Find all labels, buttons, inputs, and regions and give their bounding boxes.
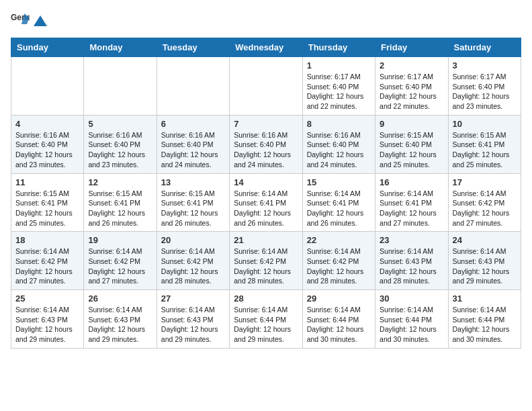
calendar-cell: 18Sunrise: 6:14 AM Sunset: 6:42 PM Dayli… bbox=[11, 232, 84, 290]
svg-marker-1 bbox=[34, 15, 47, 26]
day-number: 20 bbox=[161, 235, 225, 245]
logo: General bbox=[11, 11, 48, 30]
day-info: Sunrise: 6:15 AM Sunset: 6:40 PM Dayligh… bbox=[380, 130, 443, 170]
day-number: 17 bbox=[453, 177, 517, 187]
calendar-cell: 14Sunrise: 6:14 AM Sunset: 6:41 PM Dayli… bbox=[230, 173, 302, 232]
calendar-cell: 1Sunrise: 6:17 AM Sunset: 6:40 PM Daylig… bbox=[302, 57, 375, 116]
calendar-cell: 17Sunrise: 6:14 AM Sunset: 6:42 PM Dayli… bbox=[448, 173, 521, 232]
day-number: 18 bbox=[15, 235, 79, 245]
day-info: Sunrise: 6:16 AM Sunset: 6:40 PM Dayligh… bbox=[307, 130, 371, 170]
day-number: 4 bbox=[15, 119, 79, 129]
calendar-table: SundayMondayTuesdayWednesdayThursdayFrid… bbox=[11, 38, 521, 349]
day-info: Sunrise: 6:16 AM Sunset: 6:40 PM Dayligh… bbox=[161, 130, 225, 170]
day-number: 9 bbox=[380, 119, 443, 129]
logo-triangle-icon bbox=[33, 14, 48, 29]
calendar-cell bbox=[11, 57, 84, 116]
day-info: Sunrise: 6:14 AM Sunset: 6:43 PM Dayligh… bbox=[453, 246, 517, 286]
day-number: 10 bbox=[453, 119, 517, 129]
day-number: 27 bbox=[161, 293, 225, 304]
day-number: 5 bbox=[88, 119, 152, 129]
day-info: Sunrise: 6:14 AM Sunset: 6:44 PM Dayligh… bbox=[380, 305, 443, 345]
day-number: 21 bbox=[234, 235, 298, 245]
calendar-cell: 13Sunrise: 6:15 AM Sunset: 6:41 PM Dayli… bbox=[157, 173, 229, 232]
day-info: Sunrise: 6:17 AM Sunset: 6:40 PM Dayligh… bbox=[453, 72, 517, 111]
calendar-cell bbox=[230, 57, 302, 116]
calendar-cell: 24Sunrise: 6:14 AM Sunset: 6:43 PM Dayli… bbox=[448, 232, 521, 290]
day-info: Sunrise: 6:14 AM Sunset: 6:42 PM Dayligh… bbox=[161, 246, 225, 286]
day-info: Sunrise: 6:14 AM Sunset: 6:41 PM Dayligh… bbox=[307, 189, 371, 228]
day-number: 2 bbox=[380, 60, 443, 71]
calendar-cell bbox=[84, 57, 157, 116]
day-info: Sunrise: 6:14 AM Sunset: 6:42 PM Dayligh… bbox=[234, 246, 298, 286]
calendar-cell: 11Sunrise: 6:15 AM Sunset: 6:41 PM Dayli… bbox=[11, 173, 84, 232]
day-info: Sunrise: 6:14 AM Sunset: 6:42 PM Dayligh… bbox=[88, 246, 152, 286]
day-number: 22 bbox=[307, 235, 371, 245]
day-number: 23 bbox=[380, 235, 443, 245]
day-info: Sunrise: 6:14 AM Sunset: 6:42 PM Dayligh… bbox=[15, 246, 79, 286]
day-info: Sunrise: 6:16 AM Sunset: 6:40 PM Dayligh… bbox=[234, 130, 298, 170]
calendar-cell: 28Sunrise: 6:14 AM Sunset: 6:44 PM Dayli… bbox=[230, 290, 302, 349]
weekday-header-saturday: Saturday bbox=[448, 38, 521, 57]
day-number: 30 bbox=[380, 293, 443, 304]
weekday-header-thursday: Thursday bbox=[302, 38, 375, 57]
day-number: 1 bbox=[307, 60, 371, 71]
day-number: 24 bbox=[453, 235, 517, 245]
day-info: Sunrise: 6:15 AM Sunset: 6:41 PM Dayligh… bbox=[453, 130, 517, 170]
day-info: Sunrise: 6:14 AM Sunset: 6:41 PM Dayligh… bbox=[234, 189, 298, 228]
day-info: Sunrise: 6:16 AM Sunset: 6:40 PM Dayligh… bbox=[15, 130, 79, 170]
day-number: 8 bbox=[307, 119, 371, 129]
day-number: 7 bbox=[234, 119, 298, 129]
calendar-cell: 12Sunrise: 6:15 AM Sunset: 6:41 PM Dayli… bbox=[84, 173, 157, 232]
calendar-cell bbox=[157, 57, 229, 116]
calendar-cell: 2Sunrise: 6:17 AM Sunset: 6:40 PM Daylig… bbox=[375, 57, 448, 116]
calendar-week-row: 25Sunrise: 6:14 AM Sunset: 6:43 PM Dayli… bbox=[11, 290, 521, 349]
day-info: Sunrise: 6:14 AM Sunset: 6:42 PM Dayligh… bbox=[453, 189, 517, 228]
calendar-cell: 25Sunrise: 6:14 AM Sunset: 6:43 PM Dayli… bbox=[11, 290, 84, 349]
day-number: 29 bbox=[307, 293, 371, 304]
calendar-cell: 3Sunrise: 6:17 AM Sunset: 6:40 PM Daylig… bbox=[448, 57, 521, 116]
logo-icon: General bbox=[11, 11, 30, 30]
calendar-cell: 29Sunrise: 6:14 AM Sunset: 6:44 PM Dayli… bbox=[302, 290, 375, 349]
day-info: Sunrise: 6:14 AM Sunset: 6:44 PM Dayligh… bbox=[453, 305, 517, 345]
calendar-cell: 20Sunrise: 6:14 AM Sunset: 6:42 PM Dayli… bbox=[157, 232, 229, 290]
day-info: Sunrise: 6:14 AM Sunset: 6:43 PM Dayligh… bbox=[380, 246, 443, 286]
day-number: 19 bbox=[88, 235, 152, 245]
day-info: Sunrise: 6:14 AM Sunset: 6:44 PM Dayligh… bbox=[307, 305, 371, 345]
weekday-header-sunday: Sunday bbox=[11, 38, 84, 57]
day-number: 14 bbox=[234, 177, 298, 187]
calendar-cell: 10Sunrise: 6:15 AM Sunset: 6:41 PM Dayli… bbox=[448, 115, 521, 173]
day-info: Sunrise: 6:14 AM Sunset: 6:43 PM Dayligh… bbox=[88, 305, 152, 345]
calendar-cell: 21Sunrise: 6:14 AM Sunset: 6:42 PM Dayli… bbox=[230, 232, 302, 290]
weekday-header-wednesday: Wednesday bbox=[230, 38, 302, 57]
calendar-cell: 9Sunrise: 6:15 AM Sunset: 6:40 PM Daylig… bbox=[375, 115, 448, 173]
calendar-cell: 5Sunrise: 6:16 AM Sunset: 6:40 PM Daylig… bbox=[84, 115, 157, 173]
calendar-week-row: 18Sunrise: 6:14 AM Sunset: 6:42 PM Dayli… bbox=[11, 232, 521, 290]
day-info: Sunrise: 6:14 AM Sunset: 6:43 PM Dayligh… bbox=[15, 305, 79, 345]
day-info: Sunrise: 6:14 AM Sunset: 6:42 PM Dayligh… bbox=[307, 246, 371, 286]
day-number: 28 bbox=[234, 293, 298, 304]
calendar-week-row: 4Sunrise: 6:16 AM Sunset: 6:40 PM Daylig… bbox=[11, 115, 521, 173]
weekday-header-monday: Monday bbox=[84, 38, 157, 57]
day-number: 26 bbox=[88, 293, 152, 304]
calendar-week-row: 1Sunrise: 6:17 AM Sunset: 6:40 PM Daylig… bbox=[11, 57, 521, 116]
day-number: 6 bbox=[161, 119, 225, 129]
day-number: 15 bbox=[307, 177, 371, 187]
day-info: Sunrise: 6:14 AM Sunset: 6:43 PM Dayligh… bbox=[161, 305, 225, 345]
day-number: 13 bbox=[161, 177, 225, 187]
day-number: 16 bbox=[380, 177, 443, 187]
day-info: Sunrise: 6:14 AM Sunset: 6:44 PM Dayligh… bbox=[234, 305, 298, 345]
weekday-header-friday: Friday bbox=[375, 38, 448, 57]
calendar-cell: 26Sunrise: 6:14 AM Sunset: 6:43 PM Dayli… bbox=[84, 290, 157, 349]
calendar-cell: 6Sunrise: 6:16 AM Sunset: 6:40 PM Daylig… bbox=[157, 115, 229, 173]
page-header: General bbox=[11, 11, 521, 30]
day-number: 12 bbox=[88, 177, 152, 187]
calendar-cell: 27Sunrise: 6:14 AM Sunset: 6:43 PM Dayli… bbox=[157, 290, 229, 349]
calendar-cell: 16Sunrise: 6:14 AM Sunset: 6:41 PM Dayli… bbox=[375, 173, 448, 232]
day-info: Sunrise: 6:15 AM Sunset: 6:41 PM Dayligh… bbox=[161, 189, 225, 228]
calendar-header-row: SundayMondayTuesdayWednesdayThursdayFrid… bbox=[11, 38, 521, 57]
calendar-cell: 22Sunrise: 6:14 AM Sunset: 6:42 PM Dayli… bbox=[302, 232, 375, 290]
day-number: 31 bbox=[453, 293, 517, 304]
calendar-cell: 30Sunrise: 6:14 AM Sunset: 6:44 PM Dayli… bbox=[375, 290, 448, 349]
day-info: Sunrise: 6:17 AM Sunset: 6:40 PM Dayligh… bbox=[307, 72, 371, 111]
calendar-cell: 8Sunrise: 6:16 AM Sunset: 6:40 PM Daylig… bbox=[302, 115, 375, 173]
